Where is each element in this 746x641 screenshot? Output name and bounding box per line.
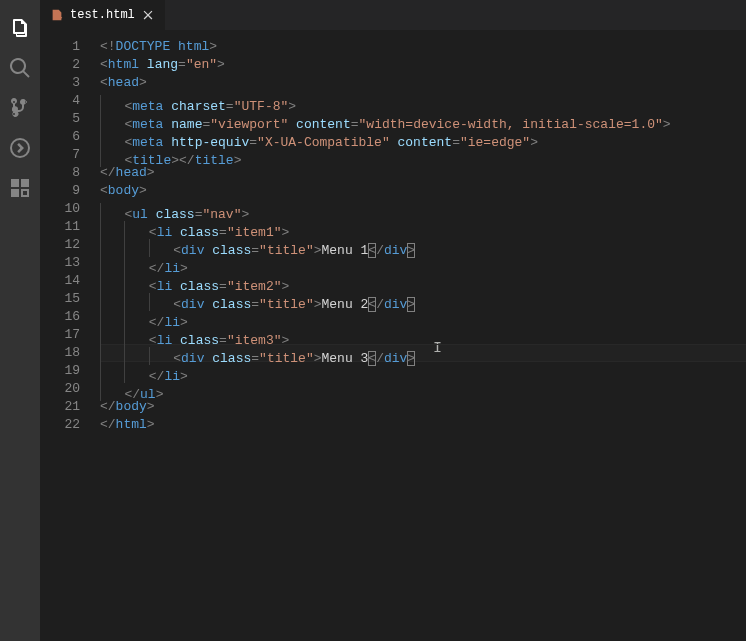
code-line[interactable]: <li class="item1"> [100,218,746,236]
line-number: 8 [40,164,80,182]
code-line[interactable]: <div class="title">Menu 2</div> [100,290,746,308]
code-area[interactable]: I <!DOCTYPE html><html lang="en"><head> … [100,30,746,641]
activity-bar [0,0,40,641]
code-line[interactable]: <li class="item3"> [100,326,746,344]
line-number: 17 [40,326,80,344]
close-icon[interactable] [141,8,155,22]
line-number: 1 [40,38,80,56]
code-line[interactable]: <body> [100,182,746,200]
code-line[interactable]: <title></title> [100,146,746,164]
code-line[interactable]: <div class="title">Menu 3</div> [100,344,746,362]
line-number: 14 [40,272,80,290]
line-number: 12 [40,236,80,254]
code-line[interactable]: </li> [100,308,746,326]
code-line[interactable]: <div class="title">Menu 1</div> [100,236,746,254]
tab-test-html[interactable]: test.html [40,0,166,30]
code-line[interactable]: </li> [100,362,746,380]
code-line[interactable]: </li> [100,254,746,272]
search-icon[interactable] [0,48,40,88]
code-line[interactable]: </html> [100,416,746,434]
line-number: 3 [40,74,80,92]
code-line[interactable]: <meta http-equiv="X-UA-Compatible" conte… [100,128,746,146]
tab-label: test.html [70,8,135,22]
line-number: 7 [40,146,80,164]
line-number: 13 [40,254,80,272]
line-number: 9 [40,182,80,200]
code-line[interactable]: <html lang="en"> [100,56,746,74]
code-line[interactable]: </head> [100,164,746,182]
line-number: 21 [40,398,80,416]
code-line[interactable]: </body> [100,398,746,416]
gutter: 12345678910111213141516171819202122 [40,30,100,641]
editor[interactable]: 12345678910111213141516171819202122 I <!… [40,30,746,641]
code-line[interactable]: <head> [100,74,746,92]
code-line[interactable]: </ul> [100,380,746,398]
line-number: 19 [40,362,80,380]
line-number: 11 [40,218,80,236]
line-number: 22 [40,416,80,434]
explorer-icon[interactable] [0,8,40,48]
line-number: 2 [40,56,80,74]
code-line[interactable]: <li class="item2"> [100,272,746,290]
scm-icon[interactable] [0,88,40,128]
line-number: 16 [40,308,80,326]
line-number: 15 [40,290,80,308]
line-number: 20 [40,380,80,398]
tabs-bar: test.html [40,0,746,30]
line-number: 10 [40,200,80,218]
line-number: 18 [40,344,80,362]
debug-icon[interactable] [0,128,40,168]
line-number: 6 [40,128,80,146]
code-line[interactable]: <!DOCTYPE html> [100,38,746,56]
extensions-icon[interactable] [0,168,40,208]
code-line[interactable]: <meta charset="UTF-8"> [100,92,746,110]
code-line[interactable]: <meta name="viewport" content="width=dev… [100,110,746,128]
code-line[interactable]: <ul class="nav"> [100,200,746,218]
line-number: 5 [40,110,80,128]
html-file-icon [50,8,64,22]
line-number: 4 [40,92,80,110]
editor-group: test.html 123456789101112131415161718192… [40,0,746,641]
